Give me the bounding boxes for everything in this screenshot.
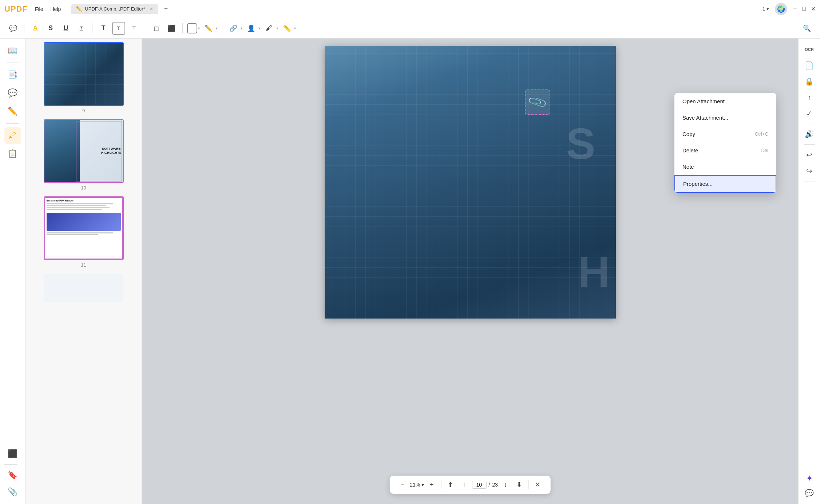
shapes-group[interactable]: ▾: [187, 23, 200, 33]
sidebar-reader-icon[interactable]: 📖: [4, 42, 21, 59]
context-menu-properties[interactable]: Properties...: [674, 175, 776, 193]
sidebar-edit-icon[interactable]: ✏️: [4, 103, 21, 120]
thumbnail-12[interactable]: [25, 273, 142, 303]
textbox-button[interactable]: T: [112, 22, 125, 35]
thumbnail-panel: 9 SOFTWAREHIGHLIGHTS 10 Enhanced PDF Rea…: [25, 39, 142, 504]
search-button[interactable]: 🔍: [800, 22, 813, 35]
context-menu-save-attachment[interactable]: Save Attachment...: [674, 109, 776, 126]
annotation-toolbar: 💬 A S U T T T T̲ ◻ ⬛ ▾ ✏️ ▾ 🔗 ▾ 👤 ▾ 🖌 ▾ …: [0, 18, 820, 39]
page-nav-value: 1: [762, 6, 765, 12]
fill-arrow: ▾: [276, 26, 278, 30]
new-tab-button[interactable]: +: [164, 5, 168, 13]
page-display: / 23: [472, 481, 498, 489]
file-menu[interactable]: File: [35, 6, 43, 12]
close-bottom-button[interactable]: ✕: [532, 479, 544, 491]
measure-group[interactable]: 📏 ▾: [280, 22, 296, 35]
ai-button[interactable]: ✦: [802, 471, 817, 486]
pen-button[interactable]: ✏️: [202, 22, 215, 35]
thumbnail-11[interactable]: Enhanced PDF Reader 11: [25, 196, 142, 268]
page-nav-chevron[interactable]: ▾: [766, 6, 769, 12]
bottom-toolbar: − 21% ▾ + ⬆ ↑ / 23 ↓ ⬇ ✕: [389, 474, 551, 495]
zoom-in-button[interactable]: +: [425, 479, 438, 491]
link-group[interactable]: 🔗 ▾: [227, 22, 242, 35]
main-layout: 📖 📑 💬 ✏️ 🖊 📋 ⬛ 🔖 📎 9: [0, 39, 820, 504]
pdf-page[interactable]: S H 📎: [325, 46, 616, 319]
context-menu: Open Attachment Save Attachment... Copy …: [674, 93, 776, 193]
sidebar-pages-icon[interactable]: 📑: [4, 67, 21, 83]
fill-button[interactable]: 🖌: [262, 22, 276, 35]
right-sidebar-divider-2: [804, 144, 815, 145]
thumb-img-10[interactable]: SOFTWAREHIGHLIGHTS: [44, 119, 124, 183]
context-menu-note[interactable]: Note: [674, 159, 776, 175]
eraser-button[interactable]: ◻: [150, 22, 163, 35]
nav-prev-button[interactable]: ↑: [458, 479, 470, 491]
convert-button[interactable]: 📄: [802, 58, 817, 73]
window-controls: ─ □ ✕: [793, 5, 816, 12]
check-button[interactable]: ✓: [802, 106, 817, 121]
nav-last-button[interactable]: ⬇: [513, 479, 526, 491]
thumb-img-12[interactable]: [44, 273, 124, 303]
sidebar-divider-2: [6, 123, 19, 124]
nav-next-button[interactable]: ↓: [499, 479, 512, 491]
measure-button[interactable]: 📏: [280, 22, 293, 35]
current-page-input[interactable]: [472, 481, 486, 489]
link-button[interactable]: 🔗: [227, 22, 240, 35]
minimize-button[interactable]: ─: [793, 5, 797, 12]
bottom-bar: − 21% ▾ + ⬆ ↑ / 23 ↓ ⬇ ✕: [389, 476, 551, 494]
app-logo: UPDF: [4, 4, 28, 14]
sidebar-attachment-icon[interactable]: 📎: [4, 484, 21, 500]
text-style-button[interactable]: T: [75, 22, 88, 35]
underline-button[interactable]: U: [59, 22, 72, 35]
fill-group[interactable]: 🖌 ▾: [262, 22, 278, 35]
pen-group[interactable]: ✏️ ▾: [202, 22, 218, 35]
highlight-button[interactable]: A: [29, 22, 42, 35]
thumb-img-9[interactable]: [44, 42, 124, 106]
sidebar-divider-4: [4, 464, 17, 465]
context-menu-open-attachment[interactable]: Open Attachment: [674, 93, 776, 109]
comment-right-button[interactable]: 💬: [802, 486, 817, 500]
pen-arrow: ▾: [216, 26, 218, 30]
total-pages: 23: [492, 482, 498, 488]
comment-button[interactable]: 💬: [7, 22, 20, 35]
tab-close-icon[interactable]: ✕: [150, 7, 153, 12]
share-button[interactable]: ↑: [802, 90, 817, 105]
thumb10-building: [44, 120, 80, 182]
sidebar-forms-icon[interactable]: 📋: [4, 145, 21, 162]
stamp-button[interactable]: ⬛: [165, 22, 178, 35]
toolbar-divider-1: [24, 23, 24, 33]
user-button[interactable]: 👤: [245, 22, 258, 35]
thumb-img-11[interactable]: Enhanced PDF Reader: [44, 196, 124, 260]
sidebar-annotate-icon[interactable]: 🖊: [4, 127, 21, 144]
thumb12-background: [44, 274, 123, 302]
callout-button[interactable]: T̲: [127, 22, 140, 35]
shapes-button[interactable]: [187, 23, 197, 33]
speaker-button[interactable]: 🔊: [802, 127, 817, 141]
help-menu[interactable]: Help: [50, 6, 61, 12]
context-menu-copy[interactable]: Copy Ctrl+C: [674, 126, 776, 142]
bottom-divider-1: [441, 480, 441, 489]
zoom-out-button[interactable]: −: [396, 479, 408, 491]
tab-label: UPDF-A Comp...PDF Editor*: [85, 6, 145, 12]
sidebar-comments-icon[interactable]: 💬: [4, 85, 21, 101]
close-button[interactable]: ✕: [811, 5, 816, 12]
tab-pdf-editor[interactable]: ✏️ UPDF-A Comp...PDF Editor* ✕: [71, 4, 158, 14]
user-avatar[interactable]: 🌍: [775, 3, 787, 15]
user-group[interactable]: 👤 ▾: [245, 22, 260, 35]
maximize-button[interactable]: □: [802, 5, 806, 12]
ocr-button[interactable]: OCR: [802, 42, 817, 57]
attachment-icon-container[interactable]: 📎: [525, 89, 550, 115]
redo-button[interactable]: ↪: [802, 164, 817, 178]
sidebar-divider-1: [6, 63, 19, 63]
protect-button[interactable]: 🔒: [802, 74, 817, 89]
nav-first-button[interactable]: ⬆: [444, 479, 456, 491]
context-menu-delete[interactable]: Delete Del: [674, 142, 776, 159]
zoom-dropdown-icon[interactable]: ▾: [421, 482, 424, 488]
undo-button[interactable]: ↩: [802, 148, 817, 162]
sidebar-bookmark-icon[interactable]: 🔖: [4, 467, 21, 484]
text-button[interactable]: T: [97, 22, 110, 35]
thumbnail-10[interactable]: SOFTWAREHIGHLIGHTS 10: [25, 119, 142, 191]
strikethrough-button[interactable]: S: [44, 22, 57, 35]
thumbnail-9[interactable]: 9: [25, 42, 142, 113]
sidebar-layers-icon[interactable]: ⬛: [4, 445, 21, 462]
toolbar-divider-3: [145, 23, 145, 33]
